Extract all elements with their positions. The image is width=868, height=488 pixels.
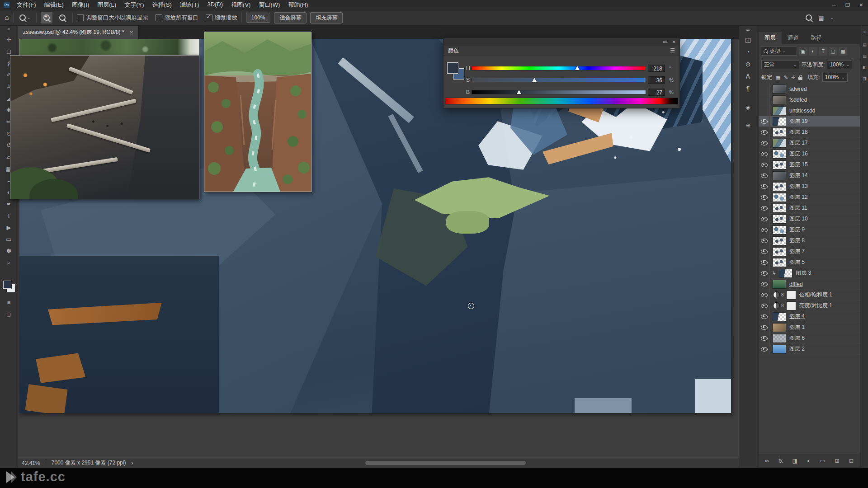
menu-item-6[interactable]: 选择(S) (148, 1, 175, 9)
menu-item-2[interactable]: 编辑(E) (40, 1, 68, 9)
layer-thumbnail[interactable] (779, 269, 793, 278)
shape-tool[interactable]: ▭ (2, 233, 16, 245)
chevron-down-icon[interactable]: ⌄ (830, 15, 834, 20)
color-spectrum-ramp[interactable] (445, 98, 678, 104)
saturation-value-field[interactable]: 36 (648, 76, 665, 84)
menu-item-11[interactable]: 帮助(H) (284, 1, 312, 9)
layer-visibility-toggle[interactable] (759, 333, 770, 343)
layer-thumbnail[interactable] (773, 84, 786, 94)
layer-visibility-toggle[interactable] (759, 235, 770, 246)
tab-paths[interactable]: 路径 (805, 32, 828, 44)
zoom-out-button[interactable]: − (57, 12, 68, 23)
layer-visibility-toggle[interactable] (759, 181, 770, 192)
current-tool-icon[interactable]: ⌄ (18, 14, 33, 21)
opacity-dropdown[interactable]: 100% ⌄ (827, 60, 852, 69)
tab-close-icon[interactable]: ✕ (130, 30, 133, 35)
path-selection-tool[interactable]: ▶ (2, 221, 16, 233)
reference-photo-2[interactable] (204, 32, 311, 192)
hue-value-field[interactable]: 218 (648, 65, 665, 72)
layer-visibility-toggle[interactable] (759, 138, 770, 148)
panel-collapse-icon[interactable]: «« (662, 39, 667, 44)
brightness-slider[interactable] (472, 90, 646, 94)
option-checkbox-1[interactable]: 调整窗口大小以满屏显示 (77, 14, 148, 22)
layer-thumbnail[interactable] (773, 150, 786, 159)
layer-thumbnail[interactable] (773, 236, 786, 245)
layer-visibility-toggle[interactable] (759, 116, 770, 127)
panel-paragraph[interactable]: ¶ (742, 82, 755, 94)
menu-item-4[interactable]: 图层(L) (93, 1, 120, 9)
workspace-icon[interactable]: ▦ (818, 14, 824, 21)
layer-row-5[interactable]: 图层 18 (759, 127, 860, 138)
edge-dock-icon-4[interactable]: ◨ (863, 76, 867, 81)
lock-transparency-icon[interactable]: ▦ (776, 75, 780, 80)
reference-photo-1[interactable] (10, 55, 199, 199)
pen-tool[interactable]: ✒ (2, 198, 16, 210)
foreground-color-swatch[interactable] (3, 281, 11, 289)
layer-visibility-toggle[interactable] (759, 311, 770, 322)
layer-row-20[interactable]: 8色相/饱和度 1 (759, 290, 860, 300)
layer-mask-thumbnail[interactable] (786, 301, 796, 310)
expand-panels-icon[interactable]: «» (745, 25, 750, 33)
layer-thumbnail[interactable] (773, 334, 786, 343)
layer-row-21[interactable]: 8亮度/对比度 1 (759, 300, 860, 311)
blend-mode-dropdown[interactable]: 正常 ⌄ (761, 60, 799, 69)
layer-thumbnail[interactable] (773, 128, 786, 137)
layer-row-7[interactable]: 图层 16 (759, 149, 860, 160)
layer-visibility-toggle[interactable] (759, 279, 770, 289)
layer-thumbnail[interactable] (773, 193, 786, 202)
menu-item-5[interactable]: 文字(Y) (120, 1, 148, 9)
layer-filter-dropdown[interactable]: 类型 ⌄ (761, 47, 797, 56)
delete-layer-icon[interactable]: ⊟ (849, 458, 854, 464)
menu-item-10[interactable]: 窗口(W) (255, 1, 284, 9)
layer-row-8[interactable]: 图层 15 (759, 160, 860, 170)
menu-item-9[interactable]: 视图(V) (227, 1, 255, 9)
filter-adjustment-layers-icon[interactable]: ◐ (809, 47, 817, 56)
layer-thumbnail[interactable] (773, 247, 786, 256)
minimize-button[interactable]: ─ (827, 0, 841, 10)
option-checkbox-2[interactable]: 缩放所有窗口 (156, 14, 198, 22)
search-icon[interactable] (806, 14, 812, 21)
layer-row-13[interactable]: 图层 10 (759, 214, 860, 225)
zoom-100-button[interactable]: 100% (246, 13, 271, 23)
layer-visibility-toggle[interactable] (759, 192, 770, 202)
toolbar-collapse-icon[interactable]: » (8, 26, 10, 33)
edge-dock-icon-2[interactable]: ▥ (863, 54, 867, 58)
close-button[interactable]: ✕ (854, 0, 868, 10)
layer-thumbnail[interactable] (773, 182, 786, 191)
layer-row-25[interactable]: 图层 2 (759, 344, 860, 355)
layer-row-3[interactable]: untitlessdd (759, 105, 860, 116)
layer-thumbnail[interactable] (773, 95, 786, 104)
layer-visibility-toggle[interactable] (759, 203, 770, 213)
layer-visibility-toggle[interactable] (759, 257, 770, 267)
hand-tool[interactable]: ✽ (2, 245, 16, 257)
layer-thumbnail[interactable] (773, 160, 786, 169)
hue-slider[interactable] (472, 66, 646, 70)
slider-marker[interactable] (532, 78, 537, 82)
layer-thumbnail[interactable] (773, 345, 786, 354)
layer-row-23[interactable]: 图层 1 (759, 322, 860, 333)
foreground-color-swatch[interactable] (447, 62, 458, 74)
layer-row-10[interactable]: 图层 13 (759, 181, 860, 192)
layer-thumbnail[interactable] (773, 215, 786, 224)
layer-visibility-toggle[interactable] (759, 322, 770, 333)
type-tool[interactable]: T (2, 210, 16, 221)
link-layers-icon[interactable]: ∞ (765, 458, 769, 464)
menu-item-3[interactable]: 图像(I) (68, 1, 93, 9)
layer-visibility-toggle[interactable] (759, 214, 770, 224)
menu-item-1[interactable]: 文件(F) (13, 1, 40, 9)
panel-character[interactable]: A (742, 70, 755, 82)
edge-dock-icon-1[interactable]: ▤ (863, 42, 867, 47)
layer-row-17[interactable]: 图层 5 (759, 257, 860, 268)
new-adjustment-layer-icon[interactable]: ◐ (807, 458, 810, 464)
color-swatches[interactable] (3, 280, 15, 293)
layer-row-15[interactable]: 图层 8 (759, 235, 860, 246)
layer-visibility-toggle[interactable] (759, 268, 770, 278)
zoom-level-field[interactable]: 42.41% (22, 460, 40, 466)
tab-channels[interactable]: 通道 (782, 32, 805, 44)
layer-row-1[interactable]: sdwred (759, 84, 860, 94)
filter-smart-objects-icon[interactable]: ▦ (839, 47, 847, 56)
layer-visibility-toggle[interactable] (759, 246, 770, 257)
panel-swatches[interactable]: ◈ (742, 101, 755, 113)
layer-thumbnail[interactable] (773, 323, 786, 332)
document-tab[interactable]: zsseasw.psd @ 42.4% (图层 19, RGB/8) * ✕ (18, 26, 139, 39)
